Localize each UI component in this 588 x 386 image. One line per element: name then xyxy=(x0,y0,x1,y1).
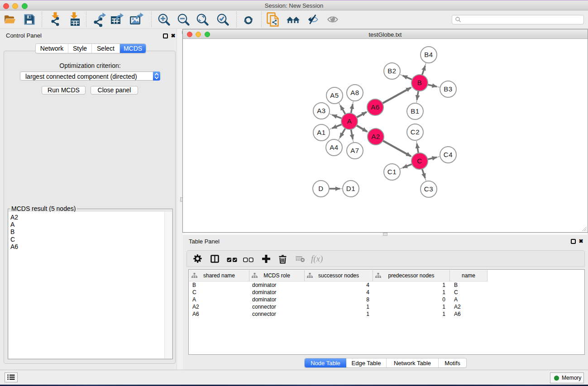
svg-text:C3: C3 xyxy=(424,185,433,193)
svg-text:C2: C2 xyxy=(411,128,420,136)
svg-text:A: A xyxy=(347,117,352,125)
svg-text:A7: A7 xyxy=(350,147,359,154)
svg-text:B1: B1 xyxy=(411,107,420,115)
svg-text:B3: B3 xyxy=(444,85,453,93)
svg-text:D1: D1 xyxy=(346,185,355,192)
svg-text:A1: A1 xyxy=(317,129,326,136)
svg-text:C: C xyxy=(417,157,422,165)
svg-text:C1: C1 xyxy=(387,168,397,176)
svg-text:A4: A4 xyxy=(330,143,339,151)
svg-text:D: D xyxy=(318,185,323,192)
svg-text:A8: A8 xyxy=(350,89,359,96)
svg-text:A2: A2 xyxy=(371,133,380,140)
svg-text:C4: C4 xyxy=(444,151,453,158)
svg-text:A6: A6 xyxy=(371,103,380,111)
svg-text:A5: A5 xyxy=(330,91,339,99)
svg-text:B2: B2 xyxy=(387,67,397,75)
svg-text:B4: B4 xyxy=(424,51,433,58)
svg-text:A3: A3 xyxy=(317,107,326,114)
svg-text:B: B xyxy=(417,79,422,86)
